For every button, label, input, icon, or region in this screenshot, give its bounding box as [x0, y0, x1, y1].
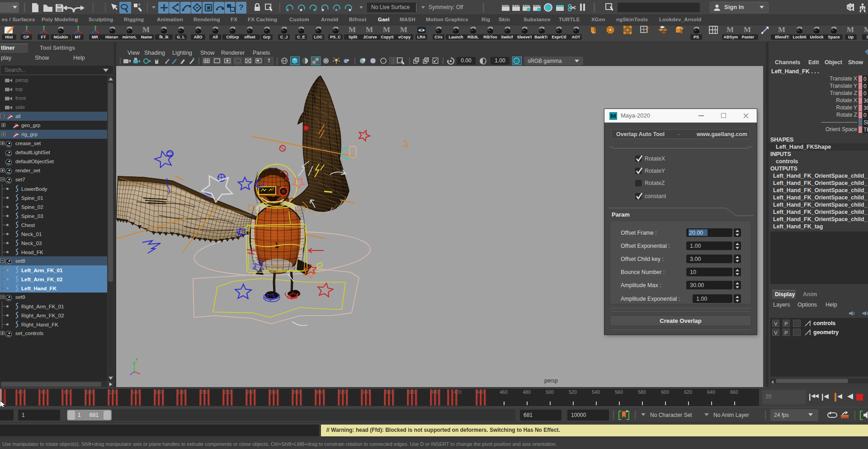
svg-text:y: y [136, 357, 137, 361]
svg-text:persp: persp [544, 378, 558, 384]
